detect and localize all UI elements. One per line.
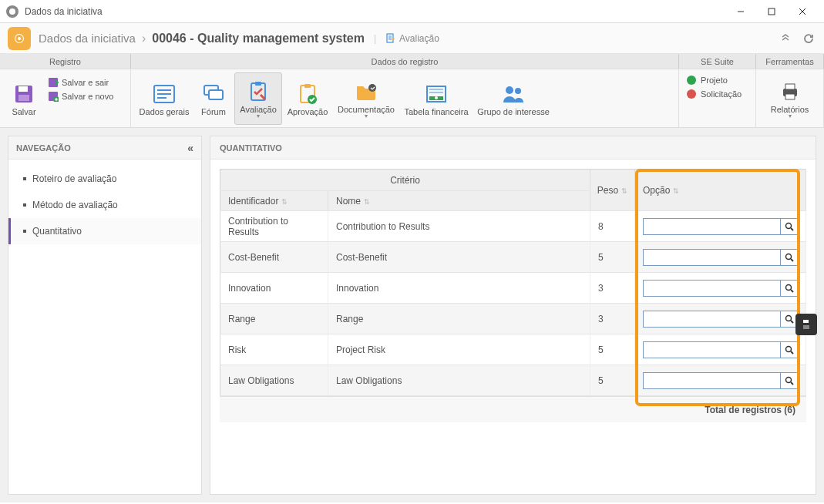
table-row: Cost-BenefitCost-Benefit5 bbox=[220, 242, 806, 273]
svg-point-38 bbox=[785, 284, 791, 290]
svg-point-23 bbox=[368, 84, 376, 92]
sort-icon: ⇅ bbox=[364, 198, 370, 206]
table-row: RangeRange3 bbox=[220, 304, 806, 334]
nav-item[interactable]: Quantitativo bbox=[8, 218, 201, 244]
tab-group-registro: Registro bbox=[0, 54, 131, 69]
nav-item[interactable]: Método de avaliação bbox=[8, 192, 201, 218]
table-footer: Total de registros (6) bbox=[220, 396, 806, 422]
ribbon-tabs: Registro Dados do registro SE Suite Ferr… bbox=[0, 54, 824, 69]
dados-gerais-button[interactable]: Dados gerais bbox=[136, 72, 193, 125]
opcao-lookup-button[interactable] bbox=[781, 341, 798, 358]
svg-point-26 bbox=[435, 96, 438, 99]
col-identificador[interactable]: Identificador⇅ bbox=[220, 191, 328, 211]
svg-rect-21 bbox=[304, 84, 311, 88]
opcao-input[interactable] bbox=[643, 218, 781, 235]
close-button[interactable] bbox=[787, 1, 818, 22]
breadcrumb-bar: ⦿ Dados da iniciativa › 00046 - Quality … bbox=[0, 23, 824, 54]
main-area: NAVEGAÇÃO « Roteiro de avaliaçãoMétodo d… bbox=[0, 128, 824, 502]
nav-item[interactable]: Roteiro de avaliação bbox=[8, 166, 201, 192]
svg-line-45 bbox=[791, 382, 793, 385]
svg-rect-7 bbox=[18, 86, 28, 92]
projeto-link[interactable]: Projeto bbox=[684, 76, 728, 85]
col-opcao[interactable]: Opção⇅ bbox=[635, 170, 806, 211]
bullet-icon bbox=[23, 230, 26, 233]
opcao-input[interactable] bbox=[643, 311, 781, 328]
relatorios-button[interactable]: Relatórios ▾ bbox=[763, 72, 817, 125]
forum-button[interactable]: Fórum bbox=[193, 72, 234, 125]
avaliacao-button[interactable]: Avaliação ▾ bbox=[234, 72, 282, 125]
sort-icon: ⇅ bbox=[673, 187, 679, 195]
table-row: Law ObligationsLaw Obligations5 bbox=[220, 365, 806, 396]
cell-opcao bbox=[635, 334, 806, 365]
tab-group-dados: Dados do registro bbox=[131, 54, 679, 69]
nav-collapse-icon[interactable]: « bbox=[187, 142, 193, 154]
cell-nome: Project Risk bbox=[328, 334, 590, 365]
svg-point-0 bbox=[9, 8, 15, 15]
svg-point-44 bbox=[785, 377, 791, 382]
grupo-interesse-button[interactable]: Grupo de interesse bbox=[473, 72, 553, 125]
opcao-input[interactable] bbox=[643, 372, 781, 389]
content-title: QUANTITATIVO bbox=[210, 136, 816, 160]
nav-item-label: Quantitativo bbox=[32, 226, 82, 237]
edit-icon bbox=[385, 33, 396, 44]
aprovacao-button[interactable]: Aprovação bbox=[282, 72, 333, 125]
request-status-icon bbox=[687, 89, 696, 99]
opcao-lookup-button[interactable] bbox=[781, 218, 798, 235]
svg-point-40 bbox=[785, 315, 791, 321]
users-icon bbox=[501, 81, 526, 107]
bullet-icon bbox=[23, 203, 26, 207]
app-icon bbox=[6, 5, 18, 18]
opcao-lookup-button[interactable] bbox=[781, 249, 798, 266]
maximize-button[interactable] bbox=[756, 1, 787, 22]
save-button[interactable]: Salvar bbox=[5, 72, 43, 125]
clipboard-approve-icon bbox=[298, 81, 318, 107]
cell-peso: 5 bbox=[590, 242, 635, 273]
opcao-input[interactable] bbox=[643, 249, 781, 266]
nav-title: NAVEGAÇÃO bbox=[16, 143, 71, 153]
tabela-financeira-button[interactable]: Tabela financeira bbox=[399, 72, 473, 125]
table-row: Contribution to ResultsContribution to R… bbox=[220, 211, 806, 242]
col-nome[interactable]: Nome⇅ bbox=[328, 191, 590, 211]
content-panel: QUANTITATIVO Critério Peso⇅ Opção⇅ Ident… bbox=[210, 136, 816, 495]
folder-icon bbox=[355, 79, 378, 105]
breadcrumb-root[interactable]: Dados da iniciativa bbox=[39, 32, 136, 45]
svg-rect-8 bbox=[18, 95, 29, 101]
money-icon bbox=[425, 81, 448, 107]
save-exit-button[interactable]: Salvar e sair bbox=[48, 77, 113, 88]
col-peso[interactable]: Peso⇅ bbox=[590, 170, 635, 211]
dropdown-caret-icon: ▾ bbox=[789, 113, 792, 119]
dropdown-caret-icon: ▾ bbox=[257, 113, 260, 119]
refresh-icon[interactable] bbox=[801, 31, 816, 46]
breadcrumb-pipe: | bbox=[374, 33, 376, 44]
save-new-button[interactable]: Salvar e novo bbox=[48, 91, 113, 102]
svg-line-37 bbox=[791, 259, 793, 261]
svg-line-39 bbox=[791, 290, 793, 292]
cell-peso: 5 bbox=[590, 334, 635, 365]
floating-save-button[interactable] bbox=[795, 314, 817, 335]
printer-icon bbox=[779, 79, 801, 105]
nav-panel: NAVEGAÇÃO « Roteiro de avaliaçãoMétodo d… bbox=[8, 136, 202, 495]
ribbon: Salvar Salvar e sair Salvar e novo Dados… bbox=[0, 69, 824, 128]
solicitacao-link[interactable]: Solicitação bbox=[684, 89, 742, 99]
cell-identificador: Cost-Benefit bbox=[220, 242, 328, 273]
svg-rect-2 bbox=[769, 8, 775, 15]
tab-group-ferramentas: Ferramentas bbox=[756, 54, 824, 69]
sort-icon: ⇅ bbox=[621, 187, 627, 195]
opcao-lookup-button[interactable] bbox=[781, 280, 798, 297]
cell-nome: Innovation bbox=[328, 273, 590, 304]
cell-identificador: Contribution to Results bbox=[220, 211, 328, 242]
collapse-up-icon[interactable] bbox=[778, 31, 793, 46]
opcao-input[interactable] bbox=[643, 280, 781, 297]
documentacao-button[interactable]: Documentação ▾ bbox=[333, 72, 399, 125]
module-icon: ⦿ bbox=[8, 27, 31, 50]
svg-point-42 bbox=[785, 346, 791, 351]
sort-icon: ⇅ bbox=[281, 198, 288, 206]
opcao-input[interactable] bbox=[643, 341, 781, 358]
window-titlebar: Dados da iniciativa bbox=[0, 0, 824, 23]
svg-point-30 bbox=[515, 88, 521, 94]
opcao-lookup-button[interactable] bbox=[781, 372, 798, 389]
svg-rect-19 bbox=[255, 82, 261, 86]
cell-peso: 3 bbox=[590, 304, 635, 334]
breadcrumb-current: 00046 - Quality management system bbox=[152, 32, 365, 45]
minimize-button[interactable] bbox=[725, 1, 756, 22]
